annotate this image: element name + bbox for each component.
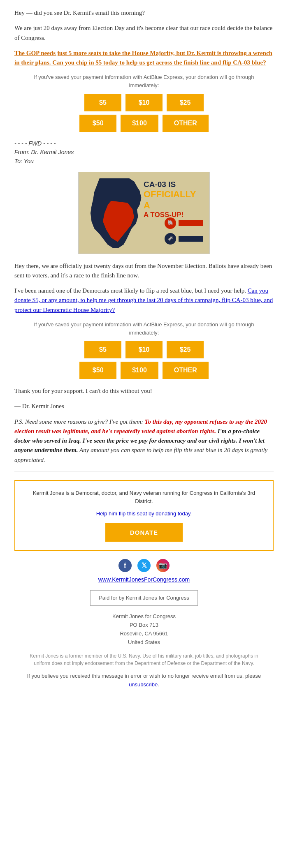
footer-flip-link[interactable]: Help him flip this seat by donating toda… xyxy=(96,510,192,517)
fwd-line: - - - - FWD - - - - xyxy=(14,139,274,148)
paid-for-badge: Paid for by Kermit Jones for Congress xyxy=(90,590,198,606)
social-icons: f 𝕏 📷 xyxy=(14,559,274,572)
unsubscribe-text: If you believe you received this message… xyxy=(14,672,274,688)
twitter-icon[interactable]: 𝕏 xyxy=(137,559,151,572)
body-paragraph-1: Hey there, we are officially just twenty… xyxy=(14,261,274,281)
legend: 🐘 🫏 xyxy=(165,217,203,245)
instagram-icon[interactable]: 📷 xyxy=(156,559,170,572)
signature: — Dr. Kermit Jones xyxy=(14,402,274,411)
ca-tossup-image: CA-03 IS OFFICIALLY A A TOSS-UP! 🐘 🫏 xyxy=(78,172,210,254)
address-line-4: United States xyxy=(14,638,274,647)
democrat-bar xyxy=(179,236,203,242)
actblue-note-1: If you've saved your payment information… xyxy=(14,73,274,90)
footer-desc: Kermit Jones is a Democrat, doctor, and … xyxy=(23,489,265,506)
disclaimer-text: Kermit Jones is a former member of the U… xyxy=(14,652,274,667)
ca-label2b: A xyxy=(144,201,203,210)
cta-link[interactable]: The GOP needs just 5 more seats to take … xyxy=(14,50,272,66)
to-line: To: You xyxy=(14,157,274,166)
ca-text-area: CA-03 IS OFFICIALLY A A TOSS-UP! xyxy=(144,180,203,219)
ps-paragraph: P.S. Need some more reasons to give? I'v… xyxy=(14,417,274,465)
donate-other-btn-1[interactable]: OTHER xyxy=(163,115,209,132)
footer-donation-box: Kermit Jones is a Democrat, doctor, and … xyxy=(14,480,274,551)
actblue-note-2: If you've saved your payment information… xyxy=(14,321,274,337)
divider-1 xyxy=(14,471,274,472)
donate-50-btn-1[interactable]: $50 xyxy=(79,115,116,132)
intro-paragraph-1: Hey — did you see Dr. Kermit's email thi… xyxy=(14,8,274,18)
donate-10-btn-1[interactable]: $10 xyxy=(125,94,163,111)
ca-label2: OFFICIALLY xyxy=(144,189,203,199)
donate-25-btn-1[interactable]: $25 xyxy=(167,94,204,111)
unsubscribe-link[interactable]: unsubscribe xyxy=(129,681,158,688)
fwd-block: - - - - FWD - - - - From: Dr. Kermit Jon… xyxy=(14,139,274,166)
cta-paragraph: The GOP needs just 5 more seats to take … xyxy=(14,48,274,68)
legend-democrat: 🫏 xyxy=(165,233,203,245)
ps-section: P.S. Need some more reasons to give? I'v… xyxy=(14,417,274,465)
donate-100-btn-2[interactable]: $100 xyxy=(121,362,158,379)
address-block: Kermit Jones for Congress PO Box 713 Ros… xyxy=(14,612,274,646)
website-link[interactable]: www.KermitJonesForCongress.com xyxy=(14,575,274,584)
facebook-icon[interactable]: f xyxy=(118,559,132,572)
body-paragraph-2: I've been named one of the Democrats mos… xyxy=(14,286,274,315)
donate-5-btn-1[interactable]: $5 xyxy=(84,94,121,111)
ps-intro: P.S. Need some more reasons to give? I'v… xyxy=(14,418,145,425)
donate-big-button[interactable]: DONATE xyxy=(105,523,183,542)
republican-bar xyxy=(179,220,203,226)
donate-5-btn-2[interactable]: $5 xyxy=(84,341,121,358)
ca-label1: CA-03 IS xyxy=(144,180,203,189)
donate-25-btn-2[interactable]: $25 xyxy=(167,341,204,358)
democrat-icon: 🫏 xyxy=(165,233,176,245)
donate-other-btn-2[interactable]: OTHER xyxy=(163,362,209,379)
donation-buttons-2: $5 $10 $25 $50 $100 OTHER xyxy=(14,341,274,379)
donate-100-btn-1[interactable]: $100 xyxy=(121,115,158,132)
body2-pre: I've been named one of the Democrats mos… xyxy=(14,287,248,294)
from-line: From: Dr. Kermit Jones xyxy=(14,148,274,157)
address-line-3: Roseville, CA 95661 xyxy=(14,630,274,638)
address-line-2: PO Box 713 xyxy=(14,621,274,630)
intro-paragraph-2: We are just 20 days away from Election D… xyxy=(14,23,274,43)
republican-icon: 🐘 xyxy=(165,217,176,229)
donate-50-btn-2[interactable]: $50 xyxy=(79,362,116,379)
donation-buttons-1: $5 $10 $25 $50 $100 OTHER xyxy=(14,94,274,132)
address-line-1: Kermit Jones for Congress xyxy=(14,612,274,621)
legend-republican: 🐘 xyxy=(165,217,203,229)
thanks-paragraph: Thank you for your support. I can't do t… xyxy=(14,386,274,396)
donate-10-btn-2[interactable]: $10 xyxy=(125,341,163,358)
